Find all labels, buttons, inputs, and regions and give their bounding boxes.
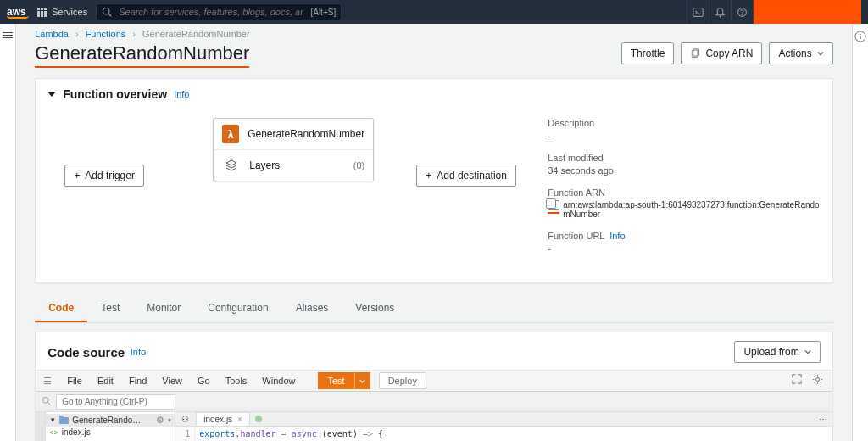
arn-label: Function ARN [548,187,821,198]
tab-test[interactable]: Test [87,295,133,322]
add-trigger-button[interactable]: + Add trigger [64,165,144,187]
menu-tools[interactable]: Tools [218,370,255,392]
fnurl-label: Function URL [548,231,604,241]
svg-line-1 [108,14,111,16]
description-value: - [548,131,821,141]
tab-overflow-icon[interactable]: ⋯ [814,415,832,424]
info-icon[interactable] [854,31,866,441]
test-dropdown-button[interactable] [354,372,370,389]
fnurl-info-link[interactable]: Info [609,231,625,241]
editor-area: Environment ▼ GenerateRandomN ⚙ ▾ <> ind… [36,412,832,441]
layers-row[interactable]: Layers (0) [214,150,373,181]
tab-configuration[interactable]: Configuration [194,295,281,322]
svg-point-5 [738,8,747,16]
tab-monitor[interactable]: Monitor [133,295,194,322]
cloudshell-icon[interactable] [687,0,709,24]
svg-point-9 [815,377,819,381]
tree-file-label: index.js [62,427,91,437]
close-icon[interactable]: × [237,415,242,424]
add-destination-label: Add destination [437,170,507,181]
fnurl-value: - [548,243,821,254]
tree-root-node[interactable]: ▼ GenerateRandomN ⚙ ▾ [46,414,175,427]
tab-versions[interactable]: Versions [342,295,408,322]
test-button[interactable]: Test [318,372,353,389]
left-rail [0,24,16,441]
main-content: Lambda › Functions › GenerateRandomNumbe… [16,24,852,441]
menu-view[interactable]: View [154,370,190,392]
hamburger-icon[interactable] [3,31,13,441]
plus-icon: + [74,170,80,181]
code-source-panel: Code source Info Upload from ☰ File Edit… [35,332,833,441]
menu-edit[interactable]: Edit [90,370,121,392]
tree-dropdown-icon[interactable]: ▾ [168,416,171,424]
layers-count: (0) [353,160,364,170]
editor-toolbar: ☰ File Edit Find View Go Tools Window Te… [36,370,832,392]
account-region-block[interactable] [753,0,861,24]
global-search[interactable]: [Alt+S] [96,3,342,20]
help-icon[interactable] [731,0,753,24]
code-source-info-link[interactable]: Info [131,347,146,357]
code-lines[interactable]: exports.handler = async (event) => { // … [196,427,463,441]
gear-icon[interactable] [812,374,824,388]
tab-code[interactable]: Code [35,295,87,322]
chevron-right-icon: › [132,29,136,39]
fullscreen-icon[interactable] [792,374,804,388]
notifications-icon[interactable] [709,0,731,24]
overview-info-link[interactable]: Info [174,89,189,99]
function-name-row[interactable]: λ GenerateRandomNumber [214,119,373,150]
actions-button[interactable]: Actions [769,42,832,64]
svg-point-4 [720,15,721,17]
deploy-button[interactable]: Deploy [379,372,426,389]
caret-down-icon [47,92,56,97]
menu-window[interactable]: Window [254,370,303,392]
editor-tab-indexjs[interactable]: index.js × [196,412,250,426]
svg-point-0 [103,8,110,15]
title-bar: GenerateRandomNumber Throttle Copy ARN A… [16,42,852,75]
lastmod-label: Last modified [548,153,821,163]
menu-find[interactable]: Find [121,370,154,392]
tree-file-node[interactable]: <> index.js [46,427,175,438]
svg-point-6 [742,14,743,14]
upload-from-button[interactable]: Upload from [734,341,820,363]
tabs-dropdown-icon[interactable]: ⚇ [179,415,191,424]
code-editor[interactable]: 123456789 exports.handler = async (event… [175,427,832,441]
overview-header[interactable]: Function overview Info [36,79,832,109]
copy-arn-icon[interactable] [548,200,559,210]
code-source-title: Code source [47,345,125,360]
caret-down-icon [817,50,824,57]
breadcrumb-functions[interactable]: Functions [86,29,126,39]
gear-icon[interactable]: ⚙ [156,415,164,426]
topnav-right [687,0,861,24]
breadcrumb-current: GenerateRandomNumber [142,29,250,39]
function-box[interactable]: λ GenerateRandomNumber Layers (0) [213,118,374,181]
goto-input[interactable] [56,394,175,410]
file-icon: <> [49,428,58,437]
top-nav: aws Services [Alt+S] [0,0,868,24]
menu-go[interactable]: Go [190,370,218,392]
breadcrumb-lambda[interactable]: Lambda [35,29,69,39]
services-menu[interactable]: Services [37,7,87,17]
add-destination-button[interactable]: + Add destination [416,165,516,187]
menu-file[interactable]: File [59,370,90,392]
copy-arn-label: Copy ARN [705,47,753,59]
arn-underline [548,212,559,214]
page-title: GenerateRandomNumber [35,42,249,68]
chevron-right-icon: › [75,29,79,39]
search-input[interactable] [117,6,305,18]
throttle-button[interactable]: Throttle [621,42,675,64]
grid-icon [37,8,47,17]
layers-icon [222,156,241,175]
svg-line-11 [47,402,50,405]
tab-aliases[interactable]: Aliases [282,295,342,322]
file-tree: ▼ GenerateRandomN ⚙ ▾ <> index.js [46,412,175,441]
copy-arn-button[interactable]: Copy ARN [681,42,762,64]
svg-rect-2 [693,8,703,16]
caret-down-icon: ▼ [49,416,56,424]
services-label: Services [52,7,87,17]
status-dot-icon [255,416,262,422]
lambda-icon: λ [222,125,239,143]
aws-logo[interactable]: aws [7,6,29,19]
right-info-rail [852,24,868,441]
title-actions: Throttle Copy ARN Actions [621,42,833,64]
environment-sidebar[interactable]: Environment [36,412,46,441]
